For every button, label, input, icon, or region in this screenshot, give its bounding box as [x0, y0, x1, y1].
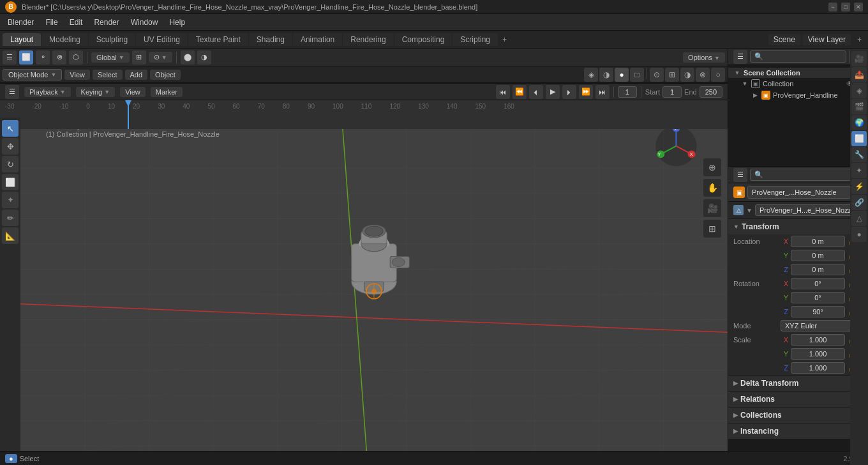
tab-animation[interactable]: Animation	[293, 33, 342, 46]
instancing-section-header[interactable]: ▶ Instancing ⋮⋮	[728, 423, 868, 439]
props-tab-scene[interactable]: 🎬	[851, 99, 867, 114]
viewport-main[interactable]: ↖ ✥ ↻ ⬜ ⌖ ✏ 📐	[0, 83, 728, 465]
snap-toggle[interactable]: ⊞	[132, 50, 146, 65]
add-menu[interactable]: Add	[125, 70, 148, 80]
select-menu[interactable]: Select	[93, 70, 123, 80]
timeline-header-icon[interactable]: ☰	[5, 85, 19, 99]
select-tool[interactable]: ↖	[2, 120, 19, 137]
pan-button[interactable]: ✋	[703, 179, 721, 197]
props-tab-constraints[interactable]: 🔗	[851, 195, 867, 210]
playback-button[interactable]: Playback ▼	[24, 87, 71, 97]
current-frame-input[interactable]: 1	[618, 86, 637, 98]
select-tool-icon[interactable]: ⬡	[69, 50, 83, 65]
gizmo-toggle[interactable]: ⊞	[665, 68, 679, 82]
props-tab-output[interactable]: 📤	[851, 67, 867, 82]
scale-y-input[interactable]: 1.000	[791, 348, 845, 360]
props-menu-icon[interactable]: ☰	[733, 168, 747, 182]
xray-toggle[interactable]: ◑	[197, 50, 211, 65]
view-menu[interactable]: View	[64, 70, 90, 80]
minimize-button[interactable]: −	[828, 3, 837, 11]
proportional-edit[interactable]: ⊙ ▼	[149, 52, 172, 63]
rotation-y-input[interactable]: 0°	[791, 292, 845, 303]
jump-back-button[interactable]: ⏪	[513, 85, 527, 99]
timeline-ruler[interactable]: -30 -20 -10 0 10 20 30 40 50 60 70 80	[0, 100, 728, 129]
transform-orientation[interactable]: Global ▼	[91, 52, 130, 63]
tree-item-collection[interactable]: ▼ ▣ Collection 👁 ✓	[728, 78, 868, 89]
view-layer-selector[interactable]: View Layer	[803, 34, 851, 45]
object-mode-dropdown[interactable]: Object Mode ▼	[3, 69, 62, 80]
scale-tool[interactable]: ⬜	[2, 174, 19, 190]
close-button[interactable]: ✕	[854, 3, 863, 11]
snap-btn[interactable]: ⊗	[696, 68, 710, 82]
props-tab-data[interactable]: △	[851, 211, 867, 226]
menu-help[interactable]: Help	[164, 17, 190, 28]
tab-rendering[interactable]: Rendering	[343, 33, 393, 46]
material-shading[interactable]: ●	[615, 68, 629, 82]
tab-texture-paint[interactable]: Texture Paint	[188, 33, 248, 46]
tab-layout[interactable]: Layout	[3, 33, 41, 46]
move-tool[interactable]: ✥	[2, 138, 19, 155]
outliner-search-bar[interactable]: 🔍	[750, 50, 846, 63]
transform-section-header[interactable]: ▼ Transform ⋮⋮	[728, 219, 868, 234]
scale-x-input[interactable]: 1.000	[791, 334, 845, 346]
show-overlay-toggle[interactable]: ⬤	[181, 50, 195, 65]
select-box-icon[interactable]: ⬜	[19, 50, 33, 65]
props-tab-world[interactable]: 🌍	[851, 115, 867, 130]
overlay-toggle[interactable]: ⊙	[650, 68, 664, 82]
tab-scripting[interactable]: Scripting	[453, 33, 498, 46]
menu-blender[interactable]: Blender	[3, 17, 39, 28]
grid-button[interactable]: ⊞	[703, 220, 721, 238]
playhead[interactable]	[128, 100, 129, 129]
keying-button[interactable]: Keying ▼	[76, 87, 116, 97]
lasso-select-icon[interactable]: ⊗	[52, 50, 66, 65]
props-tab-material[interactable]: ●	[851, 227, 867, 242]
zoom-in-button[interactable]: ⊕	[703, 158, 721, 176]
relations-section-header[interactable]: ▶ Relations ⋮⋮	[728, 392, 868, 407]
rendered-shading[interactable]: □	[630, 68, 644, 82]
tree-item-mesh[interactable]: ▶ ▣ ProVenger_Handline 👁	[728, 89, 868, 101]
object-menu[interactable]: Object	[150, 70, 181, 80]
jump-start-button[interactable]: ⏮	[496, 85, 510, 99]
props-tab-view-layer[interactable]: ◈	[851, 83, 867, 98]
timeline-view-button[interactable]: View	[120, 87, 146, 97]
transform-tool[interactable]: ⌖	[2, 192, 19, 208]
location-z-input[interactable]: 0 m	[791, 264, 845, 275]
location-x-input[interactable]: 0 m	[791, 236, 845, 247]
scale-z-input[interactable]: 1.000	[791, 362, 845, 374]
rotate-tool[interactable]: ↻	[2, 156, 19, 172]
tab-compositing[interactable]: Compositing	[394, 33, 453, 46]
jump-end-button[interactable]: ⏭	[595, 85, 610, 99]
options-button[interactable]: Options ▼	[683, 52, 725, 63]
solid-shading[interactable]: ◑	[599, 68, 613, 82]
play-button[interactable]: ▶	[546, 85, 560, 99]
collections-section-header[interactable]: ▶ Collections ⋮⋮	[728, 408, 868, 423]
object-name-input[interactable]: ProVenger_...Hose_Nozzle	[747, 186, 851, 199]
menu-render[interactable]: Render	[89, 17, 124, 28]
tab-add-button[interactable]: +	[498, 33, 511, 46]
proportional-btn[interactable]: ○	[711, 68, 725, 82]
jump-forward-button[interactable]: ⏩	[579, 85, 593, 99]
scene-selector[interactable]: Scene	[768, 34, 800, 45]
mesh-name-input[interactable]: ProVenger_H...e_Hose_Nozzle	[755, 204, 863, 216]
start-frame-input[interactable]: 1	[662, 86, 682, 98]
header-menu-icon[interactable]: ☰	[3, 50, 17, 65]
end-frame-input[interactable]: 250	[700, 86, 722, 98]
tab-uv-editing[interactable]: UV Editing	[136, 33, 188, 46]
viewport-canvas[interactable]: Z X Y User Perspective	[20, 118, 728, 465]
outliner-menu-icon[interactable]: ☰	[733, 50, 747, 64]
marker-button[interactable]: Marker	[151, 87, 183, 97]
location-y-input[interactable]: 0 m	[791, 250, 845, 261]
props-tab-modifiers[interactable]: 🔧	[851, 147, 867, 162]
scene-collection-header[interactable]: ▼ Scene Collection 👁	[728, 68, 868, 78]
scene-add-button[interactable]: +	[853, 33, 865, 46]
rotation-z-input[interactable]: 90°	[791, 306, 845, 317]
props-search-bar[interactable]: 🔍	[750, 169, 863, 181]
xray-btn[interactable]: ◑	[680, 68, 694, 82]
step-forward-button[interactable]: ⏵	[562, 85, 576, 99]
rotation-x-input[interactable]: 0°	[791, 278, 845, 289]
delta-transform-header[interactable]: ▶ Delta Transform ⋮⋮	[728, 376, 868, 391]
props-tab-particles[interactable]: ✦	[851, 163, 867, 178]
maximize-button[interactable]: □	[841, 3, 850, 11]
props-tab-object[interactable]: ⬜	[851, 131, 867, 146]
props-tab-render[interactable]: 🎥	[851, 51, 867, 66]
